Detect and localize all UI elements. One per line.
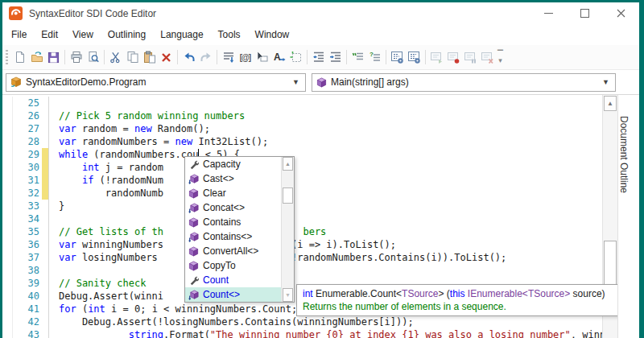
- completion-item[interactable]: Cast<>: [185, 171, 281, 186]
- scrollbar-thumb[interactable]: [283, 188, 293, 204]
- popup-scrollbar[interactable]: ▲ ▼: [281, 157, 294, 302]
- print-preview-button[interactable]: [85, 48, 101, 66]
- code-token: (!randomNum: [93, 175, 163, 186]
- triangle-up-icon: ▲: [607, 100, 613, 107]
- indent-button[interactable]: [327, 48, 344, 66]
- at-bracket-button[interactable]: [@]: [237, 48, 254, 66]
- toolbar-separator: [425, 50, 426, 64]
- cut-button[interactable]: [107, 48, 124, 66]
- insert-line-button[interactable]: [220, 48, 237, 66]
- change-case-button[interactable]: A: [270, 48, 287, 66]
- line-number: 43: [13, 328, 39, 338]
- scroll-down-button[interactable]: ▼: [283, 288, 293, 302]
- code-line: 33}: [2, 200, 602, 212]
- delete-button[interactable]: [158, 48, 175, 66]
- uncomment-lines-icon: ?: [369, 51, 382, 64]
- signature-token: IEnumerable<TSource>: [468, 288, 570, 299]
- menu-edit[interactable]: Edit: [34, 26, 65, 43]
- completion-item[interactable]: Clear: [185, 186, 281, 200]
- print-button[interactable]: [68, 48, 85, 66]
- completion-item[interactable]: ConvertAll<>: [185, 244, 281, 258]
- triangle-down-icon: ▼: [285, 292, 291, 298]
- code-line: 34: [2, 212, 602, 225]
- completion-item[interactable]: Contains<>: [185, 229, 281, 244]
- line-number: 37: [13, 251, 39, 264]
- window-title: SyntaxEditor SDI Code Editor: [29, 8, 156, 19]
- code-token: int: [82, 162, 100, 173]
- completion-item[interactable]: Capacity: [185, 157, 281, 171]
- intelliprompt-parameter-button[interactable]: [406, 48, 423, 66]
- copy-button[interactable]: [124, 48, 141, 66]
- outdent-icon: [312, 51, 325, 64]
- modified-line-marker: [42, 174, 48, 187]
- member-dropdown[interactable]: Main(string[] args) ▼: [312, 73, 616, 92]
- menu-tools[interactable]: Tools: [211, 26, 248, 43]
- code-token: randomNumbers =: [76, 136, 175, 147]
- line-number: 28: [13, 135, 39, 148]
- delete-icon: [161, 52, 171, 63]
- maximize-button[interactable]: [567, 2, 603, 24]
- menu-view[interactable]: View: [65, 26, 101, 43]
- paste-button[interactable]: [141, 48, 158, 66]
- undo-button[interactable]: [180, 48, 197, 66]
- menu-language[interactable]: Language: [153, 26, 210, 43]
- completion-item[interactable]: CopyTo: [185, 258, 281, 273]
- close-button[interactable]: [603, 2, 639, 24]
- select-block-icon: [290, 51, 303, 64]
- comment-lines-icon: [352, 51, 365, 64]
- save-button[interactable]: [45, 48, 62, 66]
- copy-icon: [126, 51, 139, 64]
- completion-item[interactable]: Contains: [185, 215, 281, 229]
- outdent-button[interactable]: [310, 48, 327, 66]
- toolbar-separator: [104, 50, 105, 64]
- toolbar-separator: [177, 50, 178, 64]
- method-icon: [316, 77, 327, 88]
- signature-token: source): [570, 288, 605, 299]
- code-token: Random();: [152, 123, 210, 134]
- select-block-button[interactable]: [287, 48, 304, 66]
- type-dropdown[interactable]: SyntaxEditorDemo.Program ▼: [6, 73, 306, 92]
- code-line: 30 int j = random: [2, 161, 602, 174]
- code-editor[interactable]: 25 26// Pick 5 random winning numbers 27…: [2, 95, 617, 338]
- code-token: "The winning number {0} at index {1} was…: [210, 329, 571, 338]
- code-token: Debug.Assert(winni: [59, 291, 163, 302]
- modified-line-marker: [42, 187, 48, 200]
- toolbar-overflow-icon[interactable]: ▔▾: [497, 51, 503, 64]
- method-icon: [188, 217, 200, 228]
- code-token: var: [59, 239, 76, 250]
- toolbar-grip[interactable]: [6, 50, 8, 64]
- document-outline-tab[interactable]: Document Outline: [618, 95, 634, 193]
- app-logo-icon: [9, 6, 23, 20]
- completion-item[interactable]: Concat<>: [185, 200, 281, 215]
- completion-item-selected[interactable]: Count<>: [185, 287, 281, 302]
- menu-window[interactable]: Window: [248, 26, 297, 43]
- minimize-button[interactable]: [530, 2, 567, 24]
- toolbar-separator: [386, 50, 386, 64]
- triangle-up-icon: ▲: [285, 161, 291, 167]
- modified-line-marker: [42, 148, 48, 161]
- extension-method-icon: [188, 203, 200, 213]
- scroll-up-button[interactable]: ▲: [283, 157, 293, 171]
- selection-pointer-button[interactable]: [254, 48, 270, 66]
- completion-item[interactable]: Count: [185, 273, 281, 287]
- code-token: int: [88, 303, 105, 315]
- code-line: 32 randomNumb: [2, 187, 602, 200]
- new-document-button[interactable]: [11, 48, 28, 66]
- toolbar-separator: [64, 50, 65, 64]
- cut-icon: [109, 52, 122, 64]
- scroll-up-button[interactable]: ▲: [604, 96, 617, 111]
- menu-file[interactable]: File: [4, 26, 34, 43]
- svg-text:?: ?: [369, 51, 374, 58]
- code-line: 38: [2, 264, 602, 277]
- menu-outlining[interactable]: Outlining: [101, 26, 153, 43]
- comment-lines-button[interactable]: [349, 48, 366, 66]
- uncomment-lines-button[interactable]: ?: [366, 48, 383, 66]
- tooltip-signature: int Enumerable.Count<TSource> (this IEnu…: [303, 287, 617, 300]
- intelliprompt-completion-button[interactable]: [389, 48, 406, 66]
- open-button[interactable]: [28, 48, 45, 66]
- new-document-icon: [14, 51, 27, 64]
- insert-line-icon: [222, 51, 235, 64]
- signature-token: int: [303, 288, 313, 299]
- extension-method-icon: [188, 174, 200, 184]
- line-number: 29: [13, 148, 39, 161]
